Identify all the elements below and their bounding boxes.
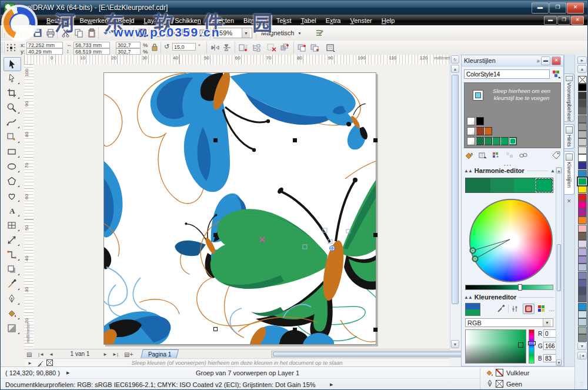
palette-flyout-icon[interactable]: ► bbox=[577, 56, 587, 64]
editor-more-icon[interactable]: … bbox=[549, 306, 555, 312]
application-launcher-button[interactable] bbox=[179, 26, 192, 39]
text-tool[interactable]: A bbox=[4, 204, 20, 217]
harmony-segment[interactable] bbox=[536, 178, 553, 192]
smart-fill-tool[interactable] bbox=[4, 131, 20, 144]
color-style-row[interactable] bbox=[467, 127, 517, 136]
scale-h-field[interactable]: 302,7 bbox=[116, 42, 141, 48]
selection-handle[interactable] bbox=[293, 138, 297, 142]
snap-combo-arrow-icon[interactable]: ▼ bbox=[298, 31, 301, 35]
selection-handle[interactable] bbox=[213, 138, 218, 142]
search-content-button[interactable] bbox=[136, 26, 149, 39]
new-color-style-icon[interactable]: a bbox=[464, 151, 475, 160]
mirror-vertical-button[interactable] bbox=[222, 42, 232, 53]
docker-scrollbar[interactable]: ▲ ▼ bbox=[556, 167, 562, 366]
luminance-slider-handle[interactable] bbox=[518, 284, 522, 291]
propbar-grip[interactable] bbox=[2, 42, 5, 53]
palette-swatch[interactable] bbox=[578, 287, 587, 295]
docker-scroll-up-icon[interactable]: ▲ bbox=[556, 168, 562, 174]
palette-none-swatch[interactable] bbox=[578, 76, 587, 84]
object-tree-button[interactable] bbox=[251, 42, 262, 53]
editor-viewer-icon[interactable] bbox=[523, 304, 534, 314]
harmony-segment[interactable] bbox=[466, 178, 490, 192]
connector-tool[interactable] bbox=[4, 248, 20, 261]
text-wrap-button[interactable] bbox=[238, 42, 249, 53]
docker-title-bar[interactable]: Kleurstijlen » ▬ ✕ bbox=[462, 55, 563, 66]
palette-swatch[interactable] bbox=[578, 146, 587, 154]
palette-expand-icon[interactable]: |◄ bbox=[577, 352, 587, 359]
hue-slider[interactable] bbox=[529, 329, 534, 364]
palette-swatch[interactable] bbox=[578, 225, 587, 232]
harmony-segment[interactable] bbox=[490, 178, 514, 192]
doc-minimize-icon[interactable]: ▬ bbox=[544, 16, 557, 25]
saturation-marker[interactable] bbox=[518, 342, 523, 348]
new-gradient-icon[interactable]: + bbox=[491, 151, 502, 160]
palette-swatch[interactable] bbox=[578, 295, 587, 302]
restore-icon[interactable]: ❐ bbox=[549, 2, 566, 14]
palette-swatch[interactable] bbox=[578, 256, 587, 264]
outline-status-swatch[interactable] bbox=[496, 380, 503, 388]
palette-swatch[interactable] bbox=[578, 303, 587, 311]
color-model-dropdown[interactable]: RGB ▼ bbox=[465, 318, 553, 327]
zoom-level-combo[interactable]: 159% ▼ bbox=[213, 28, 252, 38]
x-position-field[interactable]: 72,252 mm bbox=[26, 42, 63, 48]
editor-collapse-icon[interactable]: ▲▲ bbox=[464, 295, 472, 300]
vertical-scrollbar[interactable]: ↻ ▲ ▼ bbox=[450, 55, 460, 349]
palette-swatch[interactable] bbox=[578, 240, 587, 248]
zoom-combo-arrow-icon[interactable]: ▼ bbox=[242, 28, 250, 38]
open-button[interactable] bbox=[18, 26, 31, 39]
coords-flyout-icon[interactable]: ▶ bbox=[66, 371, 69, 375]
selection-handle[interactable] bbox=[373, 328, 377, 332]
page-tab[interactable]: Pagina 1 bbox=[141, 349, 179, 359]
palette-swatch[interactable] bbox=[578, 162, 587, 169]
rotation-angle-field[interactable]: 15,0 bbox=[172, 43, 196, 51]
new-harmony-icon[interactable] bbox=[477, 151, 488, 160]
redo-dropdown-icon[interactable]: ▼ bbox=[129, 31, 132, 35]
crop-tool[interactable] bbox=[4, 86, 20, 99]
remove-harmony-button[interactable] bbox=[279, 42, 290, 53]
fill-tool[interactable] bbox=[4, 307, 20, 320]
palette-swatch[interactable] bbox=[578, 170, 587, 178]
merge-styles-icon[interactable] bbox=[505, 151, 515, 160]
ellipse-tool[interactable] bbox=[4, 160, 20, 173]
options-button[interactable] bbox=[313, 26, 326, 39]
selection-handle[interactable] bbox=[213, 233, 218, 237]
ungroup-button[interactable] bbox=[297, 42, 308, 53]
palette-swatch[interactable] bbox=[578, 201, 587, 209]
object-width-field[interactable]: 58,733 mm bbox=[74, 42, 110, 48]
import-button[interactable] bbox=[151, 26, 164, 39]
vertical-scroll-thumb[interactable] bbox=[452, 75, 459, 304]
palette-swatch[interactable] bbox=[578, 131, 587, 138]
palette-swatch[interactable] bbox=[578, 185, 587, 193]
palette-swatch[interactable] bbox=[578, 272, 587, 279]
saturation-square[interactable] bbox=[465, 329, 526, 364]
color-style-swatch[interactable] bbox=[476, 117, 484, 125]
tab-voorwerpbeheer[interactable]: Voorwerpbeheer bbox=[564, 74, 574, 122]
tab-kleurstijlen[interactable]: Kleurstijlen bbox=[564, 151, 574, 195]
freehand-tool[interactable] bbox=[4, 116, 20, 129]
palette-swatch[interactable] bbox=[578, 107, 587, 115]
resize-grip[interactable]: ░ bbox=[580, 382, 583, 387]
palette-swatch[interactable] bbox=[578, 209, 587, 216]
palette-swatch[interactable] bbox=[578, 84, 587, 91]
color-model-arrow-icon[interactable]: ▼ bbox=[543, 319, 551, 326]
style-name-input[interactable] bbox=[464, 69, 550, 79]
editor-eyedropper-icon[interactable] bbox=[496, 304, 506, 314]
color-wheel-handles[interactable] bbox=[469, 199, 550, 280]
palette-swatch[interactable] bbox=[578, 216, 587, 224]
selection-handle[interactable] bbox=[213, 327, 218, 331]
object-height-field[interactable]: 68,519 mm bbox=[74, 48, 110, 55]
tabstrip-close-icon[interactable]: ✕ bbox=[567, 198, 572, 204]
scroll-down-icon[interactable]: ▼ bbox=[451, 340, 459, 348]
luminance-slider[interactable] bbox=[465, 285, 553, 290]
palette-swatch[interactable] bbox=[578, 334, 587, 342]
save-button[interactable] bbox=[31, 26, 44, 39]
drawing-canvas[interactable] bbox=[34, 64, 450, 349]
palette-swatch[interactable] bbox=[578, 92, 587, 99]
interactive-fill-tool[interactable] bbox=[4, 322, 20, 335]
close-icon[interactable]: ✕ bbox=[567, 2, 584, 14]
rectangle-tool[interactable] bbox=[4, 145, 20, 158]
outline-pen-tool[interactable] bbox=[4, 292, 20, 305]
palette-swatch[interactable] bbox=[578, 264, 587, 271]
palette-swatch[interactable] bbox=[578, 311, 587, 318]
palette-swatch[interactable] bbox=[578, 154, 587, 162]
